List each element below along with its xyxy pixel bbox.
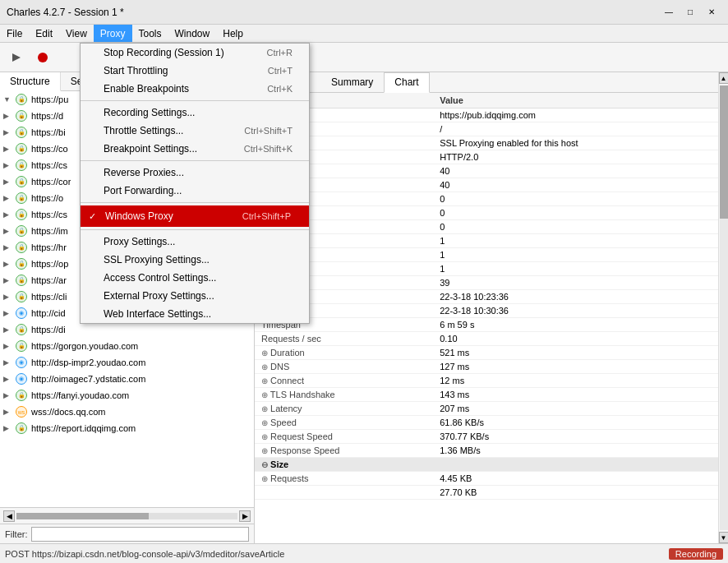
minimize-button[interactable]: — xyxy=(659,5,679,20)
expand-icon-16[interactable]: ▶ xyxy=(3,358,15,367)
tab-structure[interactable]: Structure xyxy=(0,72,61,91)
row-value: 4.45 KB xyxy=(433,472,718,486)
item-icon-2: 🔒 xyxy=(15,126,28,139)
record-button[interactable] xyxy=(31,46,54,69)
vertical-scrollbar[interactable]: ▲ ▼ xyxy=(718,72,728,543)
scroll-track[interactable] xyxy=(16,513,237,519)
menu-start-throttling[interactable]: Start Throttling Ctrl+T xyxy=(81,62,309,80)
expand-icon-17[interactable]: ▶ xyxy=(3,375,15,383)
menu-file[interactable]: File xyxy=(0,25,29,42)
expand-tls[interactable]: ⊕ xyxy=(261,390,268,399)
expand-icon-6[interactable]: ▶ xyxy=(3,194,15,202)
table-row: Requests / sec0.10 xyxy=(255,332,718,346)
row-value: 0.10 xyxy=(433,332,718,346)
expand-icon-15[interactable]: ▶ xyxy=(3,342,15,350)
expand-latency[interactable]: ⊕ xyxy=(261,404,268,413)
menu-windows-proxy[interactable]: ✓ Windows Proxy Ctrl+Shift+P xyxy=(81,205,309,227)
menu-help[interactable]: Help xyxy=(216,25,250,42)
close-button[interactable]: ✕ xyxy=(702,5,721,20)
vscroll-track[interactable] xyxy=(720,85,728,530)
menu-ssl-proxying-settings[interactable]: SSL Proxying Settings... xyxy=(81,251,309,269)
expand-requests[interactable]: ⊕ xyxy=(261,474,268,483)
scroll-down-btn[interactable]: ▼ xyxy=(719,532,729,543)
tree-item-18[interactable]: ▶ 🔒 https://fanyi.youdao.com xyxy=(0,387,254,404)
item-icon-9: 🔒 xyxy=(15,241,28,254)
ssl-proxying-settings-label: SSL Proxying Settings... xyxy=(104,254,210,265)
expand-icon-14[interactable]: ▶ xyxy=(3,325,15,334)
tree-text-12: https://cli xyxy=(31,292,67,302)
row-value: https://pub.idqqimg.com xyxy=(433,108,718,122)
collapse-size[interactable]: ⊖ xyxy=(261,460,268,469)
menu-recording-settings[interactable]: Recording Settings... xyxy=(81,104,309,122)
expand-resp-speed[interactable]: ⊕ xyxy=(261,446,268,455)
menu-access-control-settings[interactable]: Access Control Settings... xyxy=(81,269,309,287)
status-bar: POST https://bizapi.csdn.net/blog-consol… xyxy=(0,543,728,563)
tree-item-15[interactable]: ▶ 🔒 https://gorgon.youdao.com xyxy=(0,338,254,354)
expand-icon-20[interactable]: ▶ xyxy=(3,424,15,432)
scroll-thumb[interactable] xyxy=(16,513,149,519)
menu-enable-breakpoints[interactable]: Enable Breakpoints Ctrl+K xyxy=(81,80,309,98)
menu-view[interactable]: View xyxy=(59,25,94,42)
menu-proxy[interactable]: Proxy xyxy=(94,25,132,42)
expand-icon-11[interactable]: ▶ xyxy=(3,276,15,284)
tree-item-16[interactable]: ▶ ◉ http://dsp-impr2.youdao.com xyxy=(0,354,254,371)
expand-dns[interactable]: ⊕ xyxy=(261,362,268,371)
tree-item-17[interactable]: ▶ ◉ http://oimagec7.ydstatic.com xyxy=(0,371,254,387)
proxy-dropdown-menu: Stop Recording (Session 1) Ctrl+R Start … xyxy=(80,43,310,324)
menu-external-proxy-settings[interactable]: External Proxy Settings... xyxy=(81,287,309,305)
expand-connect[interactable]: ⊕ xyxy=(261,376,268,385)
menu-port-forwarding[interactable]: Port Forwarding... xyxy=(81,182,309,200)
expand-duration[interactable]: ⊕ xyxy=(261,348,268,358)
tree-item-20[interactable]: ▶ 🔒 https://report.idqqimg.com xyxy=(0,420,254,436)
menu-stop-recording[interactable]: Stop Recording (Session 1) Ctrl+R xyxy=(81,44,309,62)
expand-icon-8[interactable]: ▶ xyxy=(3,227,15,235)
tree-item-14[interactable]: ▶ 🔒 https://di xyxy=(0,321,254,338)
menu-edit[interactable]: Edit xyxy=(29,25,59,42)
menu-reverse-proxies[interactable]: Reverse Proxies... xyxy=(81,164,309,182)
scroll-left-btn[interactable]: ◀ xyxy=(3,510,15,522)
horizontal-scroll[interactable]: ◀ ▶ xyxy=(0,507,254,524)
expand-icon-13[interactable]: ▶ xyxy=(3,309,15,317)
menu-tools[interactable]: Tools xyxy=(132,25,168,42)
expand-icon-5[interactable]: ▶ xyxy=(3,178,15,186)
menu-window[interactable]: Window xyxy=(168,25,217,42)
menu-throttle-settings[interactable]: Throttle Settings... Ctrl+Shift+T xyxy=(81,122,309,140)
maximize-button[interactable]: □ xyxy=(680,5,700,20)
expand-icon-7[interactable]: ▶ xyxy=(3,210,15,219)
row-label: ⊕ DNS xyxy=(255,360,433,374)
status-text: POST https://bizapi.csdn.net/blog-consol… xyxy=(5,549,669,559)
arrow-button[interactable] xyxy=(5,46,28,69)
expand-icon-3[interactable]: ▶ xyxy=(3,145,15,153)
menu-web-interface-settings[interactable]: Web Interface Settings... xyxy=(81,305,309,323)
expand-icon-2[interactable]: ▶ xyxy=(3,128,15,136)
expand-icon-19[interactable]: ▶ xyxy=(3,408,15,416)
tree-item-19[interactable]: ▶ ws wss://docs.qq.com xyxy=(0,404,254,420)
tab-chart[interactable]: Chart xyxy=(384,72,429,93)
table-row: ⊕ Request Speed 370.77 KB/s xyxy=(255,430,718,444)
tree-text-15: https://gorgon.youdao.com xyxy=(31,341,138,351)
tab-summary[interactable]: Summary xyxy=(320,72,384,92)
filter-input[interactable] xyxy=(31,527,250,542)
table-row: ⊕ TLS Handshake 143 ms xyxy=(255,388,718,402)
expand-icon-12[interactable]: ▶ xyxy=(3,293,15,301)
expand-icon-0[interactable]: ▼ xyxy=(3,95,15,104)
table-row: 1 xyxy=(255,248,718,262)
expand-icon-9[interactable]: ▶ xyxy=(3,243,15,252)
scroll-up-btn[interactable]: ▲ xyxy=(719,72,729,84)
expand-icon-1[interactable]: ▶ xyxy=(3,112,15,120)
reverse-proxies-label: Reverse Proxies... xyxy=(104,167,184,178)
expand-req-speed[interactable]: ⊕ xyxy=(261,432,268,441)
expand-speed[interactable]: ⊕ xyxy=(261,418,268,427)
tree-text-11: https://ar xyxy=(31,275,67,285)
expand-icon-10[interactable]: ▶ xyxy=(3,260,15,268)
scroll-right-btn[interactable]: ▶ xyxy=(239,510,251,522)
menu-proxy-settings[interactable]: Proxy Settings... xyxy=(81,233,309,251)
tree-text-3: https://co xyxy=(31,144,68,154)
table-row: ⊕ Speed 61.86 KB/s xyxy=(255,416,718,430)
expand-icon-4[interactable]: ▶ xyxy=(3,161,15,169)
access-control-settings-label: Access Control Settings... xyxy=(104,272,216,284)
menu-breakpoint-settings[interactable]: Breakpoint Settings... Ctrl+Shift+K xyxy=(81,140,309,158)
expand-icon-18[interactable]: ▶ xyxy=(3,391,15,399)
vscroll-thumb[interactable] xyxy=(720,85,728,219)
start-throttling-shortcut: Ctrl+T xyxy=(251,66,293,76)
